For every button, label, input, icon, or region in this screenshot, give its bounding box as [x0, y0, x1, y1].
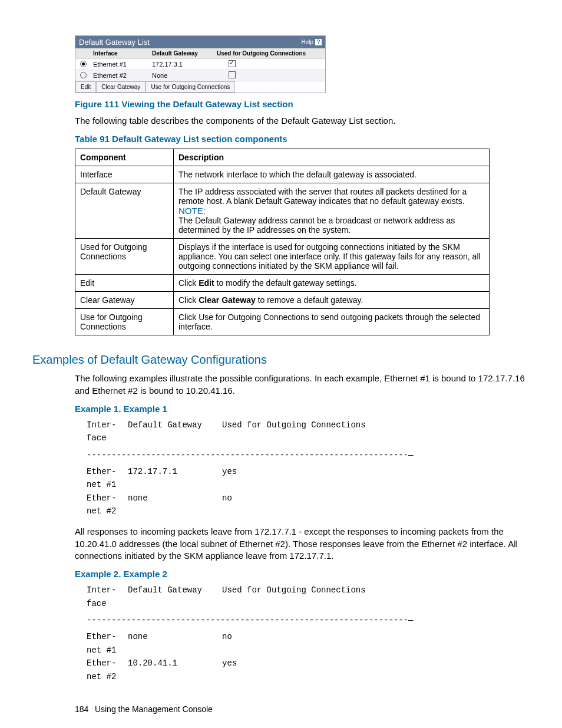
table-row: Edit Click Edit to modify the default ga… [75, 275, 490, 292]
edit-button[interactable]: Edit [75, 81, 96, 93]
col-used-outgoing: Used for Outgoing Connections [217, 50, 325, 57]
page-footer: 184 Using the Management Console [75, 704, 530, 714]
table-row: Ethernet #1 172.17.3.1 [75, 58, 325, 70]
help-link[interactable]: Help ? [301, 39, 322, 45]
col-default-gateway: Default Gateway [152, 50, 217, 57]
row-radio[interactable] [80, 72, 87, 78]
cell-description: Displays if the interface is used for ou… [174, 239, 490, 275]
cell-description: Click Edit to modify the default gateway… [174, 275, 490, 292]
cell-description: Click Use for Outgoing Connections to se… [174, 309, 490, 335]
page-number: 184 [75, 704, 92, 714]
cell-component: Used for Outgoing Connections [75, 239, 174, 275]
default-gateway-list-panel: Default Gateway List Help ? Interface De… [75, 35, 326, 93]
intro-text: The following table describes the compon… [75, 115, 530, 127]
section-intro: The following examples illustrate the po… [75, 373, 530, 397]
panel-title: Default Gateway List [79, 38, 150, 47]
th-component: Component [75, 149, 174, 166]
help-label: Help [301, 39, 313, 45]
cell-description: The IP address associated with the serve… [174, 183, 490, 239]
table-row: Used for Outgoing Connections Displays i… [75, 239, 490, 275]
cell-gateway: None [152, 72, 217, 79]
outgoing-checkbox[interactable] [229, 60, 236, 67]
example2-title: Example 2. Example 2 [75, 569, 530, 579]
table-row: Use for Outgoing Connections Click Use f… [75, 309, 490, 335]
table-row: Default Gateway The IP address associate… [75, 183, 490, 239]
figure-caption: Figure 111 Viewing the Default Gateway L… [75, 99, 530, 109]
cell-component: Edit [75, 275, 174, 292]
table-row: Clear Gateway Click Clear Gateway to rem… [75, 292, 490, 309]
example2-block: Inter- face Default Gateway Used for Out… [87, 584, 530, 683]
use-outgoing-button[interactable]: Use for Outgoing Connections [146, 81, 235, 93]
cell-interface: Ethernet #1 [93, 61, 152, 68]
cell-gateway: 172.17.3.1 [152, 61, 217, 68]
footer-title: Using the Management Console [95, 704, 213, 714]
row-radio[interactable] [80, 61, 87, 67]
cell-component: Interface [75, 166, 174, 183]
outgoing-checkbox[interactable] [229, 71, 236, 78]
th-description: Description [174, 149, 490, 166]
note-label: NOTE: [178, 206, 206, 216]
section-heading: Examples of Default Gateway Configuratio… [32, 353, 530, 367]
divider: ----------------------------------------… [87, 449, 530, 462]
cell-component: Clear Gateway [75, 292, 174, 309]
example1-paragraph: All responses to incoming packets leave … [75, 526, 530, 562]
components-table: Component Description Interface The netw… [75, 149, 490, 335]
cell-description: The network interface to which the defau… [174, 166, 490, 183]
example1-title: Example 1. Example 1 [75, 404, 530, 414]
panel-title-bar: Default Gateway List Help ? [75, 36, 325, 48]
table-row: Ethernet #2 None [75, 70, 325, 81]
clear-gateway-button[interactable]: Clear Gateway [96, 81, 146, 93]
divider: ----------------------------------------… [87, 614, 530, 627]
panel-button-row: Edit Clear Gateway Use for Outgoing Conn… [75, 81, 325, 93]
col-interface: Interface [93, 50, 152, 57]
table-row: Interface The network interface to which… [75, 166, 490, 183]
example1-block: Inter- face Default Gateway Used for Out… [87, 419, 530, 518]
cell-component: Use for Outgoing Connections [75, 309, 174, 335]
table-caption: Table 91 Default Gateway List section co… [75, 134, 530, 144]
help-icon: ? [315, 39, 322, 45]
cell-component: Default Gateway [75, 183, 174, 239]
cell-interface: Ethernet #2 [93, 72, 152, 79]
cell-description: Click Clear Gateway to remove a default … [174, 292, 490, 309]
panel-column-headers: Interface Default Gateway Used for Outgo… [75, 48, 325, 58]
